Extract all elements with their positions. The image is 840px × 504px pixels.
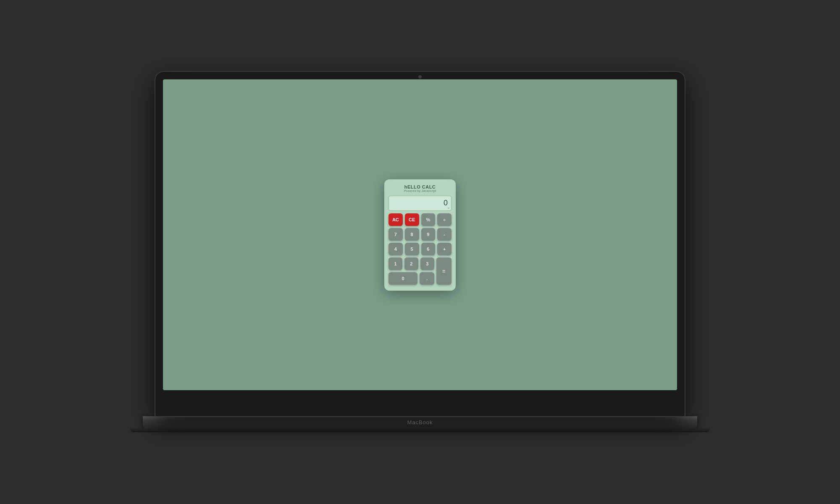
nine-button[interactable]: 9: [421, 228, 436, 241]
ce-button[interactable]: CE: [405, 213, 419, 226]
calc-display: 0 =: [388, 196, 452, 211]
dot-button[interactable]: .: [420, 272, 434, 285]
bottom-section: 1 2 3 0 . =: [388, 257, 452, 285]
two-button[interactable]: 2: [404, 257, 418, 270]
equals-button[interactable]: =: [436, 257, 452, 285]
btn-row-4: 1 2 3: [388, 257, 434, 270]
btn-row-2: 7 8 9 -: [388, 228, 452, 241]
five-button[interactable]: 5: [405, 243, 419, 255]
percent-button[interactable]: %: [421, 213, 436, 226]
six-button[interactable]: 6: [421, 243, 436, 255]
calc-buttons: AC CE % ÷ 7 8 9 - 4 5: [388, 213, 452, 285]
calc-display-value: 0: [392, 199, 448, 207]
btn-row-1: AC CE % ÷: [388, 213, 452, 226]
calc-subtitle: Powered by Javascript: [388, 189, 452, 192]
calc-display-eq: =: [448, 207, 449, 210]
btn-row-3: 4 5 6 +: [388, 243, 452, 255]
macbook-foot: [130, 428, 710, 432]
subtract-button[interactable]: -: [437, 228, 452, 241]
macbook-wrapper: hELLO CALC Powered by Javascript 0 = AC …: [130, 72, 710, 432]
bottom-left: 1 2 3 0 .: [388, 257, 434, 285]
macbook-brand: MacBook: [407, 419, 433, 425]
calc-header: hELLO CALC Powered by Javascript: [388, 184, 452, 192]
macbook-base: MacBook: [143, 416, 697, 428]
bottom-right: =: [436, 257, 452, 285]
zero-button[interactable]: 0: [388, 272, 417, 285]
ac-button[interactable]: AC: [388, 213, 403, 226]
btn-row-5: 0 .: [388, 272, 434, 285]
screen-bezel: hELLO CALC Powered by Javascript 0 = AC …: [155, 72, 685, 416]
one-button[interactable]: 1: [388, 257, 402, 270]
four-button[interactable]: 4: [388, 243, 403, 255]
screen: hELLO CALC Powered by Javascript 0 = AC …: [163, 79, 677, 390]
three-button[interactable]: 3: [420, 257, 434, 270]
seven-button[interactable]: 7: [388, 228, 403, 241]
add-button[interactable]: +: [437, 243, 452, 255]
calculator: hELLO CALC Powered by Javascript 0 = AC …: [384, 179, 456, 291]
divide-button[interactable]: ÷: [437, 213, 452, 226]
eight-button[interactable]: 8: [405, 228, 419, 241]
calc-title: hELLO CALC: [388, 184, 452, 189]
